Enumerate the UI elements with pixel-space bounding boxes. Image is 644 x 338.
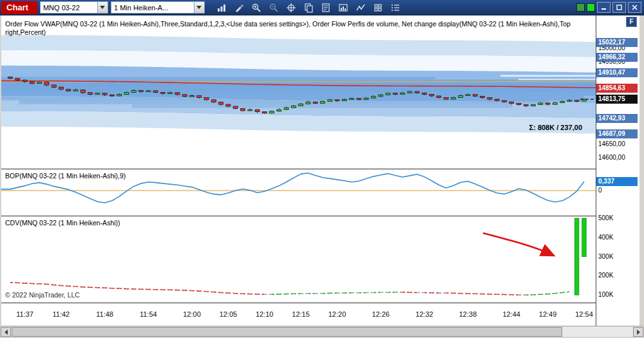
volume-profile-row [19,100,549,104]
cdv-axis-label: 500K [598,214,613,221]
list-icon [390,3,401,13]
cdv-axis-label: 400K [598,234,613,241]
price-axis-label: 14650,00 [598,140,625,147]
bar-type-button[interactable] [214,1,230,14]
price-badge-band: 14966,32 [596,53,638,62]
time-axis-label: 11:48 [96,310,113,318]
chart-menu-button[interactable]: Chart [1,1,37,14]
drawing-tools-button[interactable] [231,1,247,14]
toolbar [214,1,404,14]
bop-axis-label: 0 [598,187,602,194]
time-axis-label: 12:54 [575,310,593,318]
zoom-in-button[interactable] [249,1,265,14]
data-series-button[interactable] [318,1,334,14]
time-axis-label: 12:44 [502,310,520,318]
bop-value-badge: 0,337 [596,177,638,186]
minimize-button[interactable] [597,2,611,13]
price-badge-band: 15022,17 [596,38,638,47]
horizontal-scrollbar[interactable] [1,326,643,337]
cdv-axis-label: 300K [598,253,613,260]
document-icon [321,3,331,13]
volume-profile-row [1,87,596,91]
cdv-line [10,283,569,295]
volume-profile-row [500,75,596,77]
price-badge-band: 14910,47 [596,68,638,77]
grid-icon [373,3,383,13]
series-selector-value: 1 Min Heiken-A... [111,4,171,12]
scroll-left-button[interactable] [1,327,11,337]
instrument-selector[interactable]: MNQ 03-22 [40,1,108,14]
properties-button[interactable] [388,1,404,14]
indicators-button[interactable] [353,1,369,14]
time-axis-label: 11:54 [140,310,157,318]
instrument-selector-value: MNQ 03-22 [41,4,82,12]
time-axis-label: 12:20 [328,310,346,318]
cdv-bar [575,218,579,295]
time-axis-label: 12:32 [415,310,433,318]
zoom-in-icon [251,3,261,13]
time-axis-label: 12:15 [292,310,310,318]
price-badge-vwap: 14854,63 [596,84,638,93]
minimize-icon [601,5,607,10]
annotation-arrow [483,233,553,255]
time-axis-label: 11:37 [16,310,33,318]
zoom-out-button[interactable] [266,1,282,14]
chart-panel-button[interactable] [336,1,352,14]
right-margin-strip [639,15,644,326]
cdv-axis-label: 100K [598,291,613,298]
chart-bars-icon [216,3,227,13]
scroll-right-button[interactable] [633,327,643,337]
chart-svg[interactable]: 11:3711:4211:4811:5412:0012:0512:1012:15… [1,15,596,326]
mini-chart-icon [338,3,348,13]
connection-indicator-icon [576,3,585,12]
crosshair-icon [286,3,296,13]
zoom-out-icon [269,3,279,13]
time-axis-label: 12:10 [256,310,274,318]
scrollbar-thumb[interactable] [12,327,562,337]
maximize-button[interactable] [612,2,626,13]
cdv-axis-label: 200K [598,272,613,279]
titlebar: Chart MNQ 03-22 1 Min Heiken-A... [0,0,644,15]
arrow-right-icon [637,330,640,335]
price-badge-band: 14742,93 [596,114,638,123]
chart-window: Chart MNQ 03-22 1 Min Heiken-A... [0,0,644,338]
chart-canvas[interactable]: 11:3711:4211:4811:5412:0012:0512:1012:15… [1,15,596,326]
close-icon [632,5,638,10]
time-axis-label: 12:05 [220,310,238,318]
time-axis-label: 12:49 [539,310,557,318]
time-axis-label: 12:00 [183,310,201,318]
volume-profile-row [518,79,596,80]
crosshair-button[interactable] [283,1,299,14]
time-axis-label: 12:38 [459,310,477,318]
volume-profile-row [1,77,435,79]
chevron-down-icon[interactable] [97,2,108,13]
maximize-icon [616,5,622,10]
zigzag-icon [355,3,366,13]
price-badge-band: 14687,09 [596,129,638,138]
pencil-icon [234,3,244,13]
fixed-scale-button[interactable]: F [626,17,637,27]
price-badge-last: 14813,75 [596,95,638,104]
volume-profile-row [132,104,513,108]
cdv-bar [582,218,586,257]
windows-button[interactable] [370,1,386,14]
close-button[interactable] [628,2,641,13]
price-axis[interactable]: F 15000,0014950,0014650,0014600,0015022,… [596,15,639,326]
price-axis-label: 14600,00 [598,154,625,161]
series-selector[interactable]: 1 Min Heiken-A... [111,1,205,14]
arrow-left-icon [5,330,8,335]
connection-indicator-icon [587,3,595,12]
copy-icon [303,3,314,13]
chevron-down-icon[interactable] [194,2,204,13]
bop-line [1,173,584,203]
time-axis-label: 11:42 [53,310,70,318]
copy-button[interactable] [301,1,317,14]
time-axis-label: 12:26 [372,310,390,318]
